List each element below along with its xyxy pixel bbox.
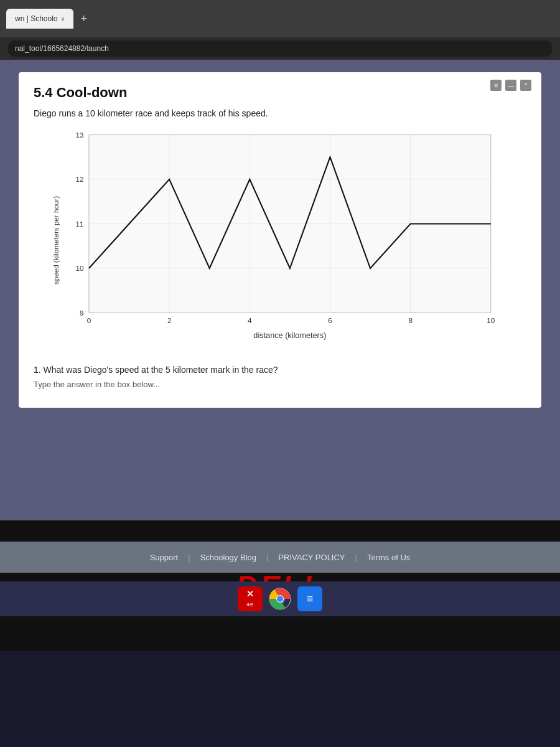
support-link[interactable]: Support <box>150 553 179 562</box>
footer-sep-2: | <box>266 553 268 562</box>
close-window-button[interactable]: ✕ <box>490 80 502 91</box>
schoology-blog-link[interactable]: Schoology Blog <box>200 553 256 562</box>
svg-text:2: 2 <box>167 316 171 324</box>
svg-text:11: 11 <box>76 220 84 228</box>
privacy-policy-link[interactable]: PRIVACY POLICY <box>278 553 345 562</box>
taskbar-icon-chrome[interactable] <box>268 586 292 611</box>
address-text: nal_tool/1665624882/launch <box>15 44 109 53</box>
svg-text:12: 12 <box>76 175 84 183</box>
instruction-text: Type the answer in the box below... <box>34 380 526 389</box>
footer-sep-1: | <box>188 553 190 562</box>
footer-sep-3: | <box>355 553 357 562</box>
content-card: ✕ — ⌃ 5.4 Cool-down Diego runs a 10 kilo… <box>19 72 541 408</box>
terms-link[interactable]: Terms of Us <box>367 553 410 562</box>
svg-text:9: 9 <box>80 309 83 317</box>
address-bar[interactable]: nal_tool/1665624882/launch <box>7 40 553 57</box>
browser-chrome: wn | Schoolo x + <box>0 0 560 37</box>
svg-text:10: 10 <box>487 316 495 324</box>
tab-close-button[interactable]: x <box>62 16 65 22</box>
address-bar-row: nal_tool/1665624882/launch <box>0 37 560 60</box>
taskbar-icon-files[interactable]: ≡ <box>297 586 322 611</box>
minimize-window-button[interactable]: — <box>505 80 516 91</box>
maximize-window-button[interactable]: ⌃ <box>520 80 531 91</box>
tab-bar: wn | Schoolo x + <box>6 9 92 29</box>
svg-text:13: 13 <box>76 131 84 139</box>
main-content: ✕ — ⌃ 5.4 Cool-down Diego runs a 10 kilo… <box>0 60 560 520</box>
svg-text:0: 0 <box>87 316 91 324</box>
taskbar: ✕+≡ ≡ <box>0 581 560 616</box>
taskbar-icon-calculator[interactable]: ✕+≡ <box>238 586 263 611</box>
question-1: 1. What was Diego's speed at the 5 kilom… <box>34 365 526 375</box>
x-axis-label: distance (kilometers) <box>253 331 326 340</box>
page-title: 5.4 Cool-down <box>34 85 526 101</box>
svg-text:4: 4 <box>248 316 252 324</box>
y-axis-label: speed (kilometers per hour) <box>52 196 60 284</box>
footer: Support | Schoology Blog | PRIVACY POLIC… <box>0 542 560 573</box>
svg-point-27 <box>277 596 283 602</box>
svg-text:6: 6 <box>328 316 332 324</box>
active-tab[interactable]: wn | Schoolo x <box>6 9 73 29</box>
chart-container: speed (kilometers per hour) 13 <box>34 128 526 352</box>
tab-label: wn | Schoolo <box>15 14 58 23</box>
card-description: Diego runs a 10 kilometer race and keeps… <box>34 108 526 118</box>
new-tab-button[interactable]: + <box>76 12 93 26</box>
svg-text:8: 8 <box>408 316 412 324</box>
svg-text:10: 10 <box>76 264 84 272</box>
window-controls: ✕ — ⌃ <box>490 80 531 91</box>
chart-svg: speed (kilometers per hour) 13 <box>34 128 526 352</box>
